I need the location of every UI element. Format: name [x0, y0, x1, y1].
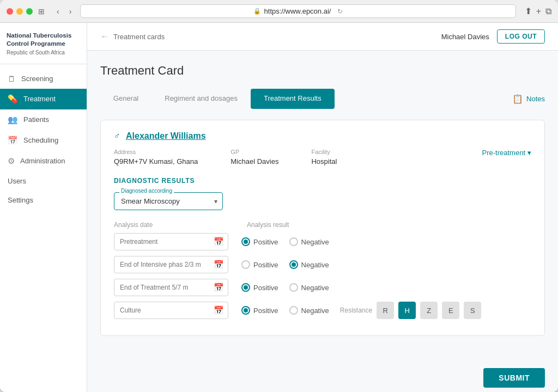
intensive-negative-radio[interactable] [289, 260, 298, 269]
intensive-date-input[interactable] [114, 256, 228, 273]
refresh-icon[interactable]: ↻ [337, 8, 343, 15]
facility-value: Hospital [311, 157, 337, 166]
patient-card: ♂ Alexander Williams Address Q9RM+7V Kum… [100, 120, 545, 336]
tab-bar: General Regiment and dosages Treatment R… [100, 89, 545, 109]
resistance-Z-button[interactable]: Z [420, 302, 438, 319]
submit-button[interactable]: SUBMIT [483, 368, 545, 388]
traffic-lights [7, 8, 33, 15]
share-button[interactable]: ⬆ [525, 6, 532, 16]
logo-title: National Tuberculosis Control Programme [7, 32, 80, 48]
diagnosed-select[interactable]: Smear Microscopy [114, 192, 223, 210]
culture-date-input[interactable] [114, 302, 228, 319]
new-tab-button[interactable]: + [536, 6, 541, 16]
lock-icon: 🔒 [253, 8, 261, 15]
analysis-row-intensive: 📅 Positive Negative [114, 256, 531, 273]
minimize-traffic-light[interactable] [16, 8, 23, 15]
sidebar-item-users[interactable]: Users [0, 171, 87, 191]
patient-name[interactable]: Alexander Williams [126, 131, 206, 141]
pretreatment-radio-group: Positive Negative [241, 237, 329, 246]
sidebar-item-screening[interactable]: 🗒 Screening [0, 69, 87, 89]
end-treatment-date-wrapper: 📅 [114, 279, 228, 296]
intensive-date-wrapper: 📅 [114, 256, 228, 273]
sidebar: National Tuberculosis Control Programme … [0, 23, 87, 392]
browser-toolbar: ⊞ ‹ › 🔒 https://www.epcon.ai/ ↻ ⬆ + ⧉ [0, 0, 558, 23]
resistance-section: Resistance R H Z E S [340, 302, 481, 319]
sidebar-toggle[interactable]: ⊞ [38, 7, 45, 16]
pretreatment-negative-option[interactable]: Negative [289, 237, 329, 246]
intensive-positive-radio[interactable] [241, 260, 250, 269]
back-button[interactable]: ‹ [53, 6, 63, 17]
pretreatment-button[interactable]: Pre-treatment ▾ [482, 149, 531, 157]
culture-positive-option[interactable]: Positive [241, 306, 278, 315]
browser-nav: ‹ › [53, 6, 75, 17]
gp-value: Michael Davies [231, 157, 278, 166]
end-treatment-negative-radio[interactable] [289, 283, 298, 292]
scheduling-icon: 📅 [8, 136, 18, 145]
sidebar-item-treatment[interactable]: 💊 Treatment [0, 89, 87, 109]
sidebar-item-scheduling[interactable]: 📅 Scheduling [0, 130, 87, 151]
sidebar-item-label: Settings [8, 196, 33, 204]
analysis-row-culture: 📅 Positive Negative [114, 302, 531, 319]
url-text: https://www.epcon.ai/ [264, 7, 331, 15]
sidebar-nav: 🗒 Screening 💊 Treatment 👥 Patients 📅 Sch… [0, 64, 87, 392]
resistance-S-button[interactable]: S [464, 302, 481, 319]
negative-label: Negative [301, 284, 329, 292]
content-area: Treatment Card General Regiment and dosa… [87, 51, 558, 359]
sidebar-item-administration[interactable]: ⚙ Administration [0, 151, 87, 171]
screening-icon: 🗒 [8, 74, 16, 83]
resistance-R-button[interactable]: R [377, 302, 394, 319]
diagnosed-label: Diagnosed according [119, 188, 174, 194]
pretreatment-label: Pre-treatment [482, 149, 525, 157]
top-bar-right: Michael Davies LOG OUT [441, 29, 545, 44]
analysis-row-end-treatment: 📅 Positive Negative [114, 279, 531, 296]
logout-button[interactable]: LOG OUT [497, 29, 545, 44]
breadcrumb-text[interactable]: Treatment cards [113, 33, 165, 41]
tab-regiment[interactable]: Regiment and dosages [151, 89, 251, 109]
diagnostic-section: DIAGNOSTIC RESULTS Diagnosed according S… [114, 177, 531, 319]
culture-negative-radio[interactable] [289, 306, 298, 315]
resistance-H-button[interactable]: H [398, 302, 416, 319]
pretreatment-date-input[interactable] [114, 233, 228, 250]
patient-info-row: Address Q9RM+7V Kumasi, Ghana GP Michael… [114, 149, 531, 166]
patients-icon: 👥 [8, 115, 18, 125]
address-bar[interactable]: 🔒 https://www.epcon.ai/ ↻ [80, 4, 515, 18]
close-traffic-light[interactable] [7, 8, 13, 15]
sidebar-item-patients[interactable]: 👥 Patients [0, 109, 87, 130]
culture-radio-group: Positive Negative [241, 306, 329, 315]
negative-label: Negative [301, 238, 329, 246]
top-bar: ← Treatment cards Michael Davies LOG OUT [87, 23, 558, 51]
culture-positive-radio[interactable] [241, 306, 250, 315]
forward-button[interactable]: › [66, 6, 75, 17]
maximize-traffic-light[interactable] [26, 8, 33, 15]
notes-label: Notes [526, 95, 545, 103]
facility-field: Facility Hospital [311, 149, 337, 166]
pretreatment-date-wrapper: 📅 [114, 233, 228, 250]
facility-label: Facility [311, 149, 337, 155]
intensive-positive-option[interactable]: Positive [241, 260, 278, 269]
end-treatment-negative-option[interactable]: Negative [289, 283, 329, 292]
end-treatment-positive-radio[interactable] [241, 283, 250, 292]
tab-treatment-results[interactable]: Treatment Results [251, 89, 335, 109]
intensive-negative-option[interactable]: Negative [289, 260, 329, 269]
sidebar-item-label: Users [8, 177, 26, 185]
pretreatment-positive-option[interactable]: Positive [241, 237, 278, 246]
culture-negative-option[interactable]: Negative [289, 306, 329, 315]
resistance-E-button[interactable]: E [442, 302, 459, 319]
pretreatment-positive-radio[interactable] [241, 237, 250, 246]
breadcrumb: ← Treatment cards [100, 32, 165, 41]
positive-label: Positive [253, 238, 278, 246]
sidebar-item-settings[interactable]: Settings [0, 191, 87, 210]
tab-general[interactable]: General [100, 89, 151, 109]
notes-button[interactable]: 📋 Notes [512, 94, 545, 104]
sidebar-item-label: Treatment [23, 95, 56, 103]
pretreatment-negative-radio[interactable] [289, 237, 298, 246]
address-value: Q9RM+7V Kumasi, Ghana [114, 157, 198, 166]
dropdown-icon: ▾ [527, 149, 531, 157]
end-treatment-positive-option[interactable]: Positive [241, 283, 278, 292]
analysis-row-pretreatment: 📅 Positive Negative [114, 233, 531, 250]
page-title: Treatment Card [100, 64, 545, 78]
logo-subtitle: Republic of South Africa [7, 49, 80, 56]
tabs-button[interactable]: ⧉ [545, 6, 551, 16]
sidebar-item-label: Scheduling [23, 136, 58, 144]
end-treatment-date-input[interactable] [114, 279, 228, 296]
